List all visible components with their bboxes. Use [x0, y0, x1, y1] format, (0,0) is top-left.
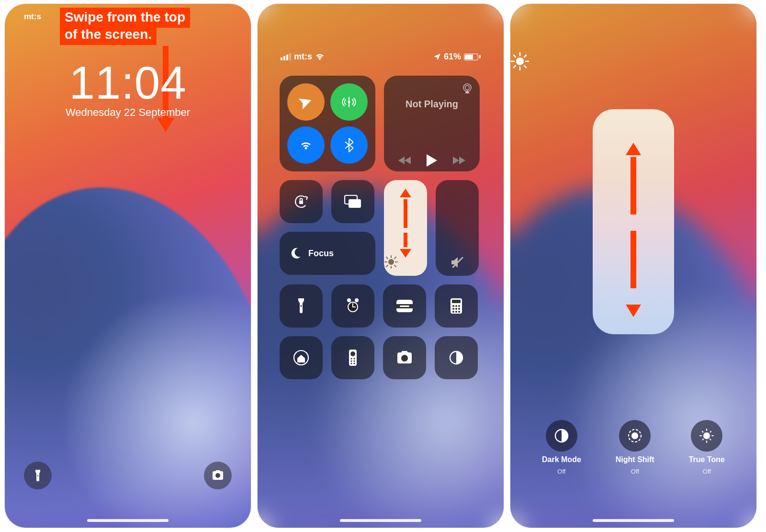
dark-mode-label: Dark Mode: [542, 455, 581, 464]
true-tone-option[interactable]: True Tone Off: [689, 420, 725, 475]
brightness-slider[interactable]: [384, 180, 427, 276]
brightness-slider-expanded[interactable]: [593, 109, 674, 334]
svg-point-28: [458, 311, 460, 313]
cc-status-bar: mt:s 61%: [258, 52, 504, 62]
svg-point-20: [452, 305, 454, 307]
svg-point-14: [355, 298, 359, 302]
svg-point-32: [350, 358, 352, 359]
svg-point-38: [401, 355, 408, 362]
screen-mirroring-button[interactable]: [331, 180, 374, 223]
svg-point-2: [348, 101, 350, 103]
svg-rect-0: [37, 475, 38, 476]
svg-point-25: [458, 308, 460, 310]
battery-percent: 61%: [444, 52, 461, 62]
lock-date: Wednesday 22 September: [5, 106, 251, 119]
wifi-icon: [315, 53, 325, 61]
svg-rect-10: [301, 305, 302, 307]
svg-point-1: [215, 473, 220, 478]
svg-point-33: [353, 358, 355, 359]
true-tone-icon: [691, 420, 722, 452]
dark-mode-option[interactable]: Dark Mode Off: [542, 420, 581, 475]
dark-mode-state: Off: [557, 468, 565, 475]
connectivity-module[interactable]: [280, 76, 375, 171]
night-shift-icon: [619, 420, 651, 452]
forward-icon[interactable]: [452, 156, 465, 165]
svg-point-40: [516, 57, 524, 65]
calculator-tile[interactable]: [435, 284, 478, 328]
wallet-tile[interactable]: [383, 284, 426, 328]
svg-point-34: [350, 360, 352, 362]
media-title: Not Playing: [391, 99, 473, 110]
svg-point-24: [455, 308, 457, 310]
dark-mode-tile[interactable]: [435, 336, 478, 379]
moon-icon: [289, 247, 302, 260]
svg-point-44: [703, 432, 710, 439]
cellular-signal-icon: [281, 53, 291, 60]
true-tone-label: True Tone: [689, 455, 725, 464]
status-carrier: mt:s: [24, 12, 41, 22]
svg-rect-17: [400, 306, 409, 307]
drag-up-down-hint-icon: [400, 189, 411, 258]
focus-button[interactable]: Focus: [280, 232, 375, 275]
svg-point-22: [458, 305, 460, 307]
cc-carrier: mt:s: [294, 52, 312, 62]
svg-point-36: [350, 362, 352, 364]
svg-rect-8: [349, 199, 361, 208]
bluetooth-toggle[interactable]: [330, 126, 368, 164]
mute-icon: [450, 256, 464, 269]
rewind-icon[interactable]: [398, 156, 412, 165]
svg-point-4: [465, 86, 470, 90]
play-icon[interactable]: [427, 154, 437, 167]
volume-slider[interactable]: [436, 180, 479, 276]
wifi-toggle[interactable]: [287, 126, 325, 164]
true-tone-state: Off: [703, 468, 711, 475]
focus-label: Focus: [308, 249, 334, 259]
home-tile[interactable]: [280, 336, 323, 379]
svg-rect-6: [299, 201, 303, 204]
brightness-icon: [510, 52, 756, 71]
svg-point-9: [388, 259, 394, 265]
cellular-data-toggle[interactable]: [330, 83, 368, 121]
svg-point-42: [631, 432, 638, 439]
dark-mode-icon: [546, 420, 577, 452]
svg-point-26: [452, 311, 454, 313]
svg-point-23: [452, 308, 454, 310]
brightness-expanded: Dark Mode Off Night Shift Off True Tone …: [510, 4, 756, 528]
shortcut-grid: [280, 284, 482, 379]
orientation-lock-toggle[interactable]: [280, 180, 323, 223]
night-shift-label: Night Shift: [616, 455, 654, 464]
svg-rect-19: [452, 300, 461, 303]
alarm-tile[interactable]: [331, 284, 374, 328]
svg-point-31: [350, 351, 355, 356]
camera-button[interactable]: [204, 462, 232, 489]
svg-point-21: [455, 305, 457, 307]
airplay-icon[interactable]: [462, 83, 473, 94]
home-indicator[interactable]: [593, 519, 674, 522]
airplane-mode-toggle[interactable]: [287, 83, 325, 121]
location-icon: [433, 53, 441, 61]
home-indicator[interactable]: [87, 519, 169, 522]
media-module[interactable]: Not Playing: [384, 76, 480, 171]
svg-point-35: [353, 360, 355, 362]
night-shift-state: Off: [631, 468, 639, 475]
night-shift-option[interactable]: Night Shift Off: [616, 420, 654, 475]
apple-tv-remote-tile[interactable]: [331, 336, 374, 379]
instruction-text-line2: of the screen.: [60, 25, 157, 45]
flashlight-button[interactable]: [24, 462, 52, 489]
battery-icon: [464, 54, 481, 60]
brightness-options: Dark Mode Off Night Shift Off True Tone …: [510, 420, 756, 475]
home-indicator[interactable]: [340, 519, 421, 522]
lock-screen: mt:s Swipe from the top of the screen. 1…: [5, 4, 251, 528]
svg-point-13: [347, 298, 351, 302]
lock-clock: 11:04 Wednesday 22 September: [5, 57, 251, 119]
control-center: mt:s 61%: [258, 4, 504, 528]
camera-tile[interactable]: [383, 336, 426, 379]
svg-point-27: [455, 311, 457, 313]
drag-up-down-hint-icon: [626, 143, 641, 317]
brightness-icon: [384, 255, 427, 269]
flashlight-tile[interactable]: [280, 284, 323, 328]
svg-point-37: [353, 362, 355, 364]
lock-time: 11:04: [5, 57, 251, 109]
